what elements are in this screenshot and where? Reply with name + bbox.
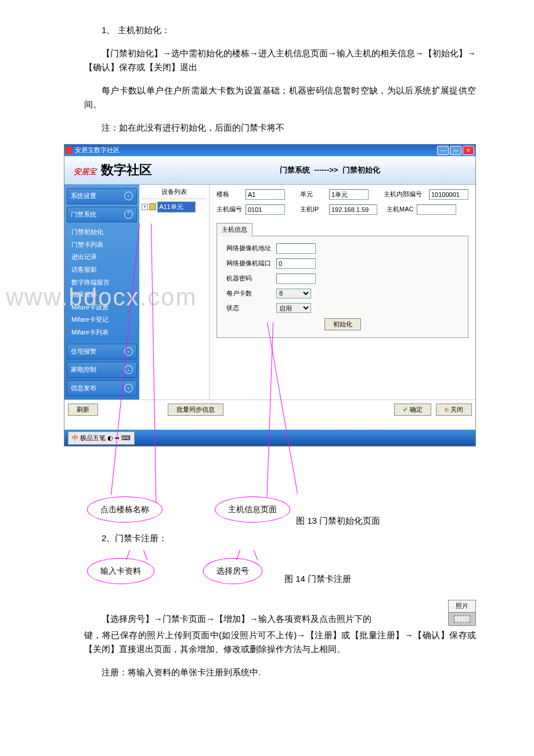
nav-item-mifare-reg[interactable]: Mifare卡登记 — [71, 314, 137, 326]
tree-header: 设备列表 — [142, 187, 207, 199]
titlebar: 安居宝数字社区 — ▭ ✕ — [64, 145, 475, 156]
ime-indicator[interactable]: 中极品五笔◐••⌨ — [68, 431, 135, 445]
taskbar: 中极品五笔◐••⌨ — [64, 430, 475, 446]
label-status: 状态 — [226, 303, 273, 314]
label-mac: 主机MAC — [387, 204, 413, 215]
section-1-title: 1、 主机初始化： — [0, 23, 534, 37]
nav-section-appliance[interactable]: 家电控制⌄ — [67, 362, 137, 378]
input-ip[interactable] — [329, 204, 377, 215]
input-pwd[interactable] — [276, 273, 316, 284]
input-hostno[interactable] — [246, 204, 285, 215]
batch-sync-button[interactable]: 批量同步信息 — [168, 404, 223, 416]
label-ip: 主机IP — [300, 204, 326, 215]
breadcrumb: 门禁系统 ------>> 门禁初始化 — [280, 164, 380, 177]
tree-node-building[interactable]: + A11单元 — [142, 201, 207, 213]
callout-input-card: 输入卡资料 — [87, 558, 154, 584]
tab-host-info[interactable]: 主机信息 — [217, 223, 252, 236]
select-cards[interactable]: 8 — [276, 289, 311, 298]
callout-building: 点击楼栋名称 — [87, 496, 163, 522]
chevron-down-icon: ⌄ — [124, 192, 133, 200]
label-hostno: 主机编号 — [217, 204, 242, 215]
paragraph-3: 每户卡数以单户住户所需最大卡数为设置基础；机器密码信息暂时空缺，为以后系统扩展提… — [0, 84, 534, 111]
logo-brand: 安居宝 — [74, 167, 96, 176]
tree-panel: 设备列表 + A11单元 — [139, 185, 210, 399]
sidebar: 系统设置⌄ 门禁系统⌃ 门禁初始化 门禁卡列表 进出记录 访客留影 数字终端留言… — [64, 185, 139, 399]
nav-item-inout[interactable]: 进出记录 — [71, 251, 137, 264]
ok-button[interactable]: ✔ 确定 — [394, 404, 431, 416]
input-cam-port[interactable] — [276, 258, 316, 269]
maximize-button[interactable]: ▭ — [450, 146, 461, 155]
expand-icon[interactable]: + — [142, 204, 148, 210]
input-unit[interactable] — [329, 189, 369, 200]
main-panel: 楼栋 单元 主机内部编号 主机编号 主机IP 主机MAC — [210, 185, 475, 399]
app-icon — [66, 147, 73, 154]
callouts-fig14: 输入卡资料 选择房号 图 14 门禁卡注册 — [64, 555, 476, 595]
paragraph-4: 注：如在此没有进行初始化，后面的门禁卡将不 — [0, 121, 534, 135]
callouts-fig13: 点击楼栋名称 主机信息页面 图 13 门禁初始化页面 — [64, 450, 476, 531]
label-pwd: 机器密码 — [226, 273, 273, 284]
label-internal: 主机内部编号 — [384, 189, 425, 200]
refresh-button[interactable]: 刷新 — [68, 404, 98, 416]
nav-section-access[interactable]: 门禁系统⌃ — [67, 207, 137, 223]
nav-section-system[interactable]: 系统设置⌄ — [67, 188, 137, 204]
nav-item-capture[interactable]: 拍录留影 — [71, 289, 137, 301]
logo: 安居宝数字社区 — [74, 160, 152, 180]
folder-icon — [149, 203, 156, 210]
nav-item-mifare-set[interactable]: Mifare卡设置 — [71, 301, 137, 314]
nav-item-init[interactable]: 门禁初始化 — [71, 226, 137, 239]
input-cam-addr[interactable] — [276, 243, 316, 254]
nav-item-terminal[interactable]: 数字终端留言 — [71, 276, 137, 289]
label-cam-port: 网络摄像机端口 — [226, 258, 273, 269]
chevron-up-icon: ⌃ — [124, 210, 133, 219]
window-title: 安居宝数字社区 — [75, 145, 120, 156]
section-2-title: 2、门禁卡注册： — [0, 531, 534, 545]
nav-section-info[interactable]: 信息发布⌄ — [67, 380, 137, 397]
tree-node-label: A11单元 — [157, 201, 196, 213]
photo-label: 照片 — [449, 600, 475, 613]
nav-item-cardlist[interactable]: 门禁卡列表 — [71, 239, 137, 251]
input-mac[interactable] — [417, 204, 456, 215]
photo-slot[interactable] — [449, 613, 475, 625]
callout-select-room: 选择房号 — [203, 558, 262, 584]
init-button[interactable]: 初始化 — [324, 318, 361, 330]
input-building[interactable] — [246, 189, 285, 200]
callout-hostinfo: 主机信息页面 — [215, 496, 290, 522]
chevron-down-icon: ⌄ — [124, 384, 133, 393]
logo-text: 数字社区 — [101, 163, 152, 177]
minimize-button[interactable]: — — [437, 146, 449, 155]
fig13-caption: 图 13 门禁初始化页面 — [296, 514, 380, 528]
photo-upload-widget[interactable]: 照片 — [448, 600, 476, 626]
paragraph-6b: 键，将已保存的照片上传到页面中(如没照片可不上传)→【注册】或【批量注册】→【确… — [0, 628, 534, 656]
banner: 安居宝数字社区 门禁系统 ------>> 门禁初始化 — [64, 156, 475, 185]
label-building: 楼栋 — [217, 189, 242, 200]
label-cam-addr: 网络摄像机地址 — [226, 243, 273, 254]
paragraph-6a: 【选择房号】→门禁卡页面→【增加】→输入各项资料及点击照片下的 — [84, 612, 445, 626]
nav-item-visitor[interactable]: 访客留影 — [71, 264, 137, 276]
close-button[interactable]: ✕ — [463, 146, 474, 155]
label-unit: 单元 — [300, 189, 326, 200]
input-internal[interactable] — [429, 189, 468, 200]
paragraph-2: 【门禁初始化】→选中需初始化的楼栋→进入主机信息页面→输入主机的相关信息→【初始… — [0, 46, 534, 74]
paragraph-7: 注册：将输入资料的单张卡注册到系统中. — [0, 665, 534, 679]
label-cards: 每户卡数 — [226, 289, 273, 299]
cancel-button[interactable]: ⎋ 关闭 — [436, 404, 472, 416]
chevron-down-icon: ⌄ — [124, 365, 133, 374]
fig14-caption: 图 14 门禁卡注册 — [284, 572, 351, 586]
select-status[interactable]: 启用 — [276, 303, 311, 313]
